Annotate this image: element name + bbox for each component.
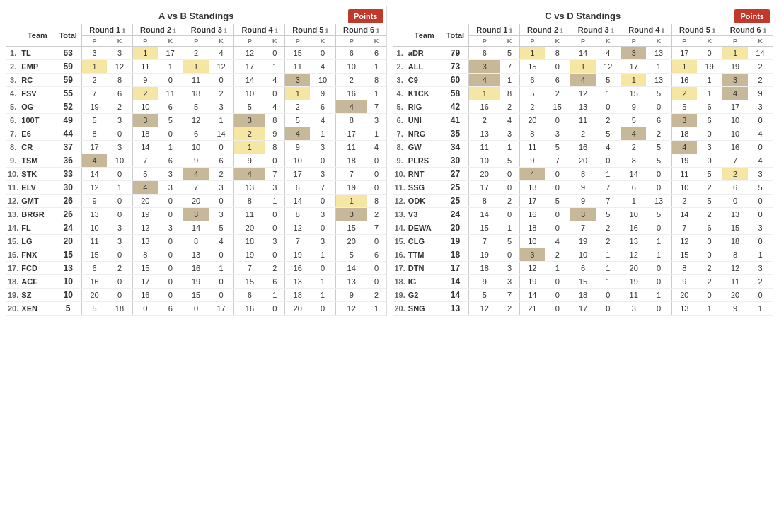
r4p-cell: 1 [621,74,647,87]
r5k-cell: 3 [310,141,335,154]
r6p-cell: 13 [335,275,367,289]
r4k-cell: 5 [646,141,671,154]
table-row: 1.aDR796518144313170114 [393,47,773,60]
total-cell: 37 [55,141,82,154]
abbr-cell: ODK [407,195,442,208]
r1p-cell: 11 [81,235,107,248]
r2-p: P [132,36,158,47]
total-header: Total [55,24,82,47]
total-cell: 35 [442,127,469,141]
r5k-cell: 2 [697,208,722,221]
r2p-cell: 18 [519,221,545,235]
r6p-cell: 9 [722,302,748,316]
table-row: 12.ODK2582175971132500 [393,195,773,208]
team-abbr: C9 [408,76,418,84]
r1p-cell: 12 [81,181,107,195]
right-points-button[interactable]: Points [734,9,770,23]
r6-k: K [367,36,386,47]
total-cell: 52 [55,100,82,114]
rank-cell: 15. [6,235,20,248]
r6p-cell: 7 [335,168,367,181]
total-cell: 36 [55,154,82,168]
rank-cell: 16. [6,248,20,262]
r3k-cell: 1 [596,248,621,262]
r3k-cell: 5 [596,74,621,87]
r4k-cell: 9 [265,127,285,141]
r5p-cell: 2 [285,100,311,114]
r2k-cell: 6 [158,154,183,168]
r3p-cell: 15 [183,289,209,302]
r4p-cell: 19 [621,275,647,289]
r6k-cell: 5 [748,181,773,195]
rr1-p: P [469,36,500,47]
r5p-cell: 12 [671,235,697,248]
r5p-cell: 14 [671,208,697,221]
rank-cell: 17. [393,262,407,275]
r5p-cell: 19 [671,154,697,168]
r1p-cell: 9 [81,195,107,208]
r6k-cell: 1 [367,87,386,100]
team-abbr: EMP [21,62,38,71]
rank-cell: 11. [393,181,407,195]
r4p-cell: 2 [621,141,647,154]
rank-cell: 7. [6,127,20,141]
r5p-cell: 10 [671,181,697,195]
r1p-cell: 7 [469,235,500,248]
r4p-cell: 15 [621,87,647,100]
rank-cell: 8. [6,141,20,154]
rank-cell: 17. [6,262,20,275]
table-row: 18.IG149319015119092112 [393,275,773,289]
r4p-cell: 3 [621,47,647,60]
r5k-cell: 3 [310,235,335,248]
r4k-cell: 13 [646,47,671,60]
total-cell: 63 [55,47,82,60]
r1p-cell: 5 [469,289,500,302]
r6k-cell: 2 [367,208,386,221]
abbr-cell: RC [20,74,54,87]
r6p-cell: 14 [335,262,367,275]
r4k-cell: 0 [646,302,671,316]
team-abbr: GMT [21,197,38,205]
r1k-cell: 2 [107,262,132,275]
r6p-cell: 1 [335,195,367,208]
r2k-cell: 0 [158,195,183,208]
r6k-cell: 0 [748,195,773,208]
r2p-cell: 7 [132,154,158,168]
r4p-cell: 10 [234,87,265,100]
r1k-cell: 1 [500,74,519,87]
r-round1-header: Round 1 ℹ [469,24,520,36]
r4k-cell: 4 [265,100,285,114]
abbr-cell: CR [20,141,54,154]
r2p-cell: 2 [132,87,158,100]
r3k-cell: 0 [596,100,621,114]
r4p-cell: 8 [234,195,265,208]
left-standings: A vs B Standings Points Team Total Round… [6,6,387,316]
r5p-cell: 4 [671,141,697,154]
r6k-cell: 0 [367,181,386,195]
table-row: 19.SZ102001601506118192 [6,289,386,302]
r5k-cell: 0 [697,127,722,141]
r1k-cell: 10 [107,154,132,168]
r6k-cell: 0 [367,168,386,181]
r1p-cell: 2 [81,74,107,87]
r1p-cell: 4 [81,154,107,168]
r1k-cell: 0 [107,248,132,262]
r6k-cell: 3 [367,114,386,127]
rank-cell: 3. [6,74,20,87]
total-cell: 5 [55,302,82,316]
r1p-cell: 3 [469,60,500,74]
r3p-cell: 4 [183,168,209,181]
r2p-cell: 12 [132,221,158,235]
r4k-cell: 4 [265,74,285,87]
team-abbr: SZ [21,291,31,299]
r3k-cell: 5 [596,208,621,221]
r3k-cell: 5 [209,221,234,235]
r6k-cell: 0 [748,141,773,154]
r1k-cell: 3 [107,114,132,127]
r6p-cell: 3 [722,74,748,87]
r4p-cell: 16 [621,221,647,235]
r5k-cell: 0 [310,221,335,235]
r4k-cell: 3 [265,181,285,195]
left-points-button[interactable]: Points [348,9,383,23]
r6p-cell: 19 [335,181,367,195]
